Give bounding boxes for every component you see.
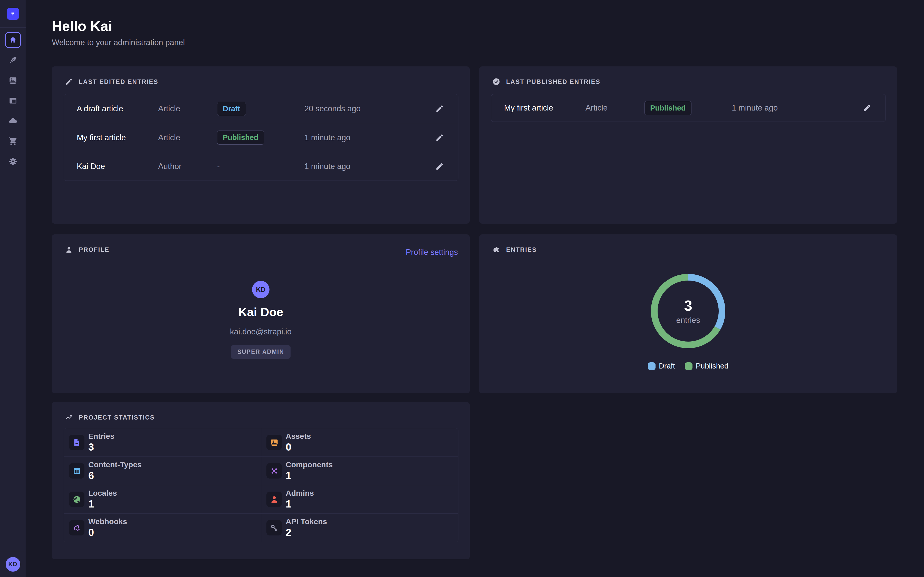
stat-tile: [69, 492, 84, 507]
stat-api-tokens: API Tokens 2: [261, 514, 458, 542]
check-circle-icon: [492, 78, 500, 85]
key-icon: [270, 524, 279, 532]
stat-text: Admins 1: [286, 489, 314, 510]
stat-admins: Admins 1: [261, 485, 458, 513]
page-title: Hello Kai: [52, 18, 112, 34]
pencil-icon: [435, 162, 444, 171]
globe-icon: [73, 495, 81, 504]
stat-value: 0: [88, 527, 127, 538]
stat-label: API Tokens: [286, 517, 327, 526]
stat-content-types: Content-Types 6: [64, 457, 261, 485]
strapi-admin-dashboard: KD Hello Kai Welcome to your administrat…: [0, 0, 924, 577]
stat-value: 0: [286, 442, 311, 453]
card-header: ENTRIES: [492, 246, 537, 254]
logo-area: [0, 0, 26, 28]
chart-legend: Draft Published: [479, 362, 897, 370]
webhook-icon: [73, 524, 81, 532]
legend-item-published: Published: [685, 362, 729, 370]
sidebar-item-marketplace[interactable]: [0, 131, 26, 151]
molecule-icon: [270, 466, 279, 475]
profile-body: KD Kai Doe kai.doe@strapi.io SUPER ADMIN: [52, 281, 470, 359]
edit-entry-button[interactable]: [434, 103, 445, 114]
strapi-logo[interactable]: [7, 8, 19, 20]
stat-text: Content-Types 6: [88, 460, 142, 481]
sidebar-item-deploy[interactable]: [0, 111, 26, 131]
card-title: PROJECT STATISTICS: [79, 414, 155, 421]
entry-time: 1 minute ago: [304, 162, 411, 171]
stat-tile: [267, 492, 282, 507]
published-color-chip: [685, 363, 693, 370]
entry-kind: Article: [158, 133, 217, 142]
table-row[interactable]: A draft article Article Draft 20 seconds…: [64, 94, 458, 123]
entry-name: Kai Doe: [77, 162, 158, 171]
stat-tile: [69, 463, 84, 479]
entry-name: My first article: [77, 133, 158, 142]
profile-card: PROFILE Profile settings KD Kai Doe kai.…: [52, 234, 470, 393]
feather-icon: [8, 56, 18, 64]
draft-color-chip: [648, 363, 656, 370]
stat-value: 6: [88, 470, 142, 481]
stat-label: Content-Types: [88, 460, 142, 469]
entry-kind: Article: [158, 104, 217, 113]
table-row[interactable]: Kai Doe Author - 1 minute ago: [64, 152, 458, 181]
file-icon: [73, 438, 81, 447]
profile-email: kai.doe@strapi.io: [230, 327, 292, 337]
user-avatar[interactable]: KD: [6, 557, 20, 572]
entry-kind: Article: [585, 103, 645, 113]
entry-time: 1 minute ago: [304, 133, 411, 142]
pencil-icon: [65, 78, 73, 85]
profile-settings-link[interactable]: Profile settings: [406, 248, 458, 257]
table-row[interactable]: My first article Article Published 1 min…: [491, 94, 885, 122]
sidebar-item-content-type-builder[interactable]: [0, 90, 26, 111]
pencil-icon: [435, 105, 444, 113]
stat-components: Components 1: [261, 457, 458, 485]
stat-label: Webhooks: [88, 517, 127, 526]
card-title: LAST EDITED ENTRIES: [79, 78, 158, 85]
stat-webhooks: Webhooks 0: [64, 514, 261, 542]
edit-entry-button[interactable]: [434, 161, 445, 172]
sidebar-item-settings[interactable]: [0, 151, 26, 172]
stat-value: 1: [286, 470, 333, 481]
pencil-icon: [435, 133, 444, 142]
card-header: LAST PUBLISHED ENTRIES: [492, 78, 600, 85]
stat-label: Assets: [286, 432, 311, 440]
stat-text: Assets 0: [286, 432, 311, 453]
stat-tile: [267, 463, 282, 479]
page-subtitle: Welcome to your administration panel: [52, 38, 185, 47]
edit-entry-button[interactable]: [861, 102, 873, 114]
stat-tile: [69, 520, 84, 535]
stats-row: Entries 3: [64, 428, 458, 456]
stat-text: Locales 1: [88, 489, 117, 510]
cloud-icon: [8, 116, 18, 126]
card-title: LAST PUBLISHED ENTRIES: [506, 78, 600, 85]
table-row[interactable]: My first article Article Published 1 min…: [64, 123, 458, 152]
stat-value: 2: [286, 527, 327, 538]
stat-value: 1: [88, 498, 117, 510]
strapi-logo-glyph: [9, 10, 16, 18]
last-published-table: My first article Article Published 1 min…: [491, 94, 886, 122]
main-content: Hello Kai Welcome to your administration…: [26, 0, 924, 577]
entry-time: 20 seconds ago: [304, 104, 411, 113]
role-badge: SUPER ADMIN: [231, 345, 291, 359]
stats-row: Locales 1 Admins 1: [64, 485, 458, 513]
sidebar-item-home[interactable]: [0, 30, 26, 50]
status-empty: -: [217, 162, 304, 171]
entries-card: ENTRIES 3 entries Draft P: [479, 234, 897, 393]
sidebar-item-content-manager[interactable]: [0, 50, 26, 70]
entry-name: A draft article: [77, 104, 158, 113]
stat-label: Components: [286, 460, 333, 469]
stat-value: 3: [88, 442, 115, 453]
sidebar-item-media-library[interactable]: [0, 70, 26, 90]
cart-icon: [8, 137, 18, 146]
layout-icon: [73, 466, 81, 475]
status-badge: Draft: [217, 102, 246, 116]
last-edited-entries-card: LAST EDITED ENTRIES A draft article Arti…: [52, 66, 470, 224]
stat-text: API Tokens 2: [286, 517, 327, 538]
edit-entry-button[interactable]: [434, 132, 445, 143]
profile-avatar: KD: [252, 281, 270, 298]
card-header: PROFILE: [65, 246, 109, 254]
legend-label: Draft: [659, 362, 675, 370]
images-icon: [8, 76, 18, 85]
person-icon: [65, 246, 73, 254]
sidebar-nav: [0, 28, 26, 172]
